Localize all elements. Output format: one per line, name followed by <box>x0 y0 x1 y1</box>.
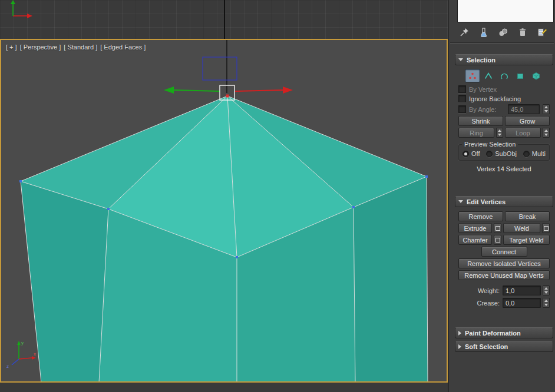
show-end-result-icon[interactable] <box>478 26 490 38</box>
spinner-up-icon[interactable] <box>498 129 501 132</box>
by-angle-spinner[interactable] <box>543 104 550 114</box>
ignore-backfacing-label[interactable]: Ignore Backfacing <box>469 95 521 102</box>
by-vertex-checkbox[interactable] <box>458 85 466 93</box>
preview-off-radio[interactable]: Off <box>462 150 480 157</box>
configure-modifier-sets-icon[interactable] <box>536 26 548 38</box>
break-button[interactable]: Break <box>505 211 550 221</box>
viewport-menu-plus[interactable]: [ + ] <box>6 44 17 51</box>
by-angle-input[interactable] <box>508 104 540 114</box>
loop-spinner[interactable] <box>543 128 550 138</box>
radio-icon[interactable] <box>462 151 469 157</box>
subobject-vertex-button[interactable] <box>465 69 480 82</box>
remove-modifier-icon[interactable] <box>517 26 528 38</box>
spinner-down-icon[interactable] <box>544 304 548 306</box>
subobject-polygon-button[interactable] <box>513 69 528 82</box>
by-angle-row: By Angle: <box>458 104 550 114</box>
mesh-vertex[interactable] <box>236 256 238 258</box>
ignore-backfacing-checkbox[interactable] <box>458 95 466 102</box>
grow-button[interactable]: Grow <box>505 116 550 126</box>
gizmo-x-axis[interactable] <box>235 87 293 94</box>
preview-off-label[interactable]: Off <box>471 150 480 157</box>
by-vertex-row: By Vertex <box>458 85 550 93</box>
connect-button[interactable]: Connect <box>481 247 527 257</box>
mesh-vertex[interactable] <box>19 180 22 182</box>
extrude-settings-button[interactable] <box>494 223 501 233</box>
viewport-label: [ + ] [ Perspective ] [ Standard ] [ Edg… <box>6 44 146 51</box>
preview-multi-radio[interactable]: Multi <box>523 150 546 157</box>
perspective-viewport[interactable]: y x z [ + ] [ Perspective ] [ Standard ]… <box>0 39 448 383</box>
by-angle-label[interactable]: By Angle: <box>469 106 496 113</box>
chevron-right-icon <box>458 331 461 335</box>
shrink-button[interactable]: Shrink <box>458 116 503 126</box>
preview-selection-label: Preview Selection <box>462 141 518 148</box>
rollout-soft-selection: Soft Selection <box>455 341 553 352</box>
make-unique-icon[interactable] <box>497 26 509 38</box>
radio-icon[interactable] <box>523 151 530 157</box>
pin-stack-icon[interactable] <box>458 26 470 38</box>
rollout-header-paint-deformation[interactable]: Paint Deformation <box>455 327 553 338</box>
rollout-header-soft-selection[interactable]: Soft Selection <box>455 341 553 352</box>
mesh-vertex[interactable] <box>425 175 428 178</box>
spinner-down-icon[interactable] <box>544 134 548 136</box>
3ds-max-window: y x z [ + ] [ Perspective ] [ Standard ]… <box>0 0 555 392</box>
axis-x-label: x <box>34 351 36 357</box>
mesh-vertex[interactable] <box>352 206 355 208</box>
rollout-selection: Selection <box>455 54 553 176</box>
chamfer-button[interactable]: Chamfer <box>458 235 492 245</box>
weld-settings-button[interactable] <box>542 223 550 233</box>
chamfer-settings-button[interactable] <box>494 235 501 245</box>
preview-multi-label[interactable]: Multi <box>532 150 546 157</box>
top-viewport[interactable] <box>0 0 448 39</box>
spinner-down-icon[interactable] <box>544 291 548 294</box>
viewport-menu-shading[interactable]: [ Edged Faces ] <box>100 44 146 51</box>
extrude-button[interactable]: Extrude <box>458 223 492 233</box>
loop-button[interactable]: Loop <box>505 128 541 138</box>
weld-button[interactable]: Weld <box>503 223 540 233</box>
move-gizmo <box>164 40 293 100</box>
spinner-up-icon[interactable] <box>544 287 548 290</box>
rollout-header-edit-vertices[interactable]: Edit Vertices <box>455 196 553 207</box>
spinner-up-icon[interactable] <box>544 300 548 302</box>
world-axis-tripod-icon: y x z <box>6 340 36 369</box>
remove-isolated-vertices-button[interactable]: Remove Isolated Vertices <box>458 258 550 268</box>
spinner-up-icon[interactable] <box>544 106 548 108</box>
subobject-border-button[interactable] <box>497 69 512 82</box>
ring-spinner[interactable] <box>496 128 503 138</box>
viewport-menu-renderer[interactable]: [ Standard ] <box>64 44 97 51</box>
weight-spinner[interactable] <box>543 285 550 295</box>
selected-vertex[interactable] <box>226 95 229 98</box>
subobject-element-button[interactable] <box>528 69 544 82</box>
gizmo-plane-handle[interactable] <box>203 57 237 80</box>
weight-label: Weight: <box>458 287 501 294</box>
spinner-down-icon[interactable] <box>498 134 501 136</box>
remove-button[interactable]: Remove <box>458 211 503 221</box>
mesh-vertex[interactable] <box>107 208 110 210</box>
preview-subobj-label[interactable]: SubObj <box>495 150 517 157</box>
rollout-title: Selection <box>467 57 495 64</box>
spinner-up-icon[interactable] <box>544 129 548 132</box>
target-weld-button[interactable]: Target Weld <box>503 235 550 245</box>
top-viewport-axis-icon <box>4 0 45 29</box>
weight-row: Weight: <box>458 285 550 295</box>
chevron-right-icon <box>458 344 461 349</box>
preview-subobj-radio[interactable]: SubObj <box>486 150 517 157</box>
editable-poly-mesh[interactable] <box>19 95 428 382</box>
face-side-right[interactable] <box>354 177 428 381</box>
by-angle-checkbox[interactable] <box>458 105 466 113</box>
gizmo-y-axis[interactable] <box>164 87 220 94</box>
remove-unused-map-verts-button[interactable]: Remove Unused Map Verts <box>458 270 550 280</box>
subobject-edge-button[interactable] <box>481 69 496 82</box>
weight-input[interactable] <box>503 285 541 295</box>
axis-z-label: z <box>6 364 9 369</box>
crease-spinner[interactable] <box>543 298 550 308</box>
spinner-down-icon[interactable] <box>544 110 548 112</box>
crease-input[interactable] <box>503 298 541 308</box>
by-vertex-label[interactable]: By Vertex <box>469 86 497 93</box>
modifier-stack-list[interactable] <box>457 0 554 22</box>
ring-button[interactable]: Ring <box>458 128 494 138</box>
viewport-menu-view[interactable]: [ Perspective ] <box>20 44 61 51</box>
radio-icon[interactable] <box>486 151 493 157</box>
command-panel: Selection <box>448 0 555 392</box>
chevron-down-icon <box>458 200 463 203</box>
rollout-header-selection[interactable]: Selection <box>455 54 553 65</box>
